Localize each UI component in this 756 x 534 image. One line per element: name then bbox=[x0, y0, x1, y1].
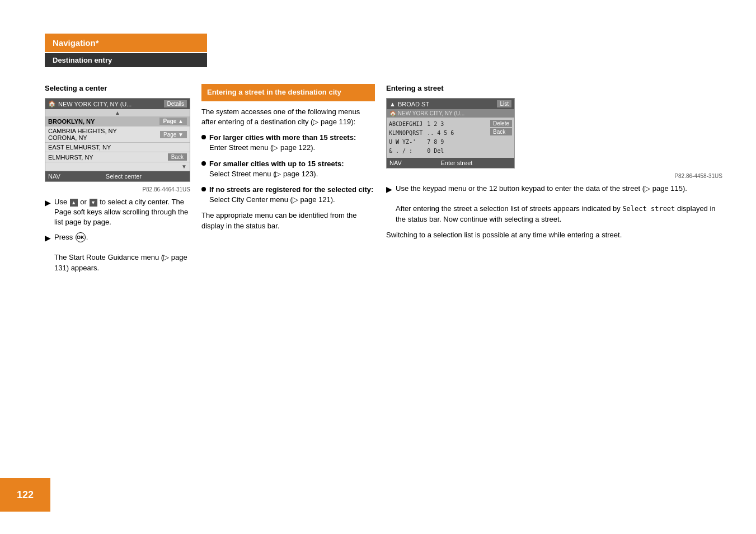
details-button[interactable]: Details bbox=[164, 100, 187, 107]
nav-list-item-elmhurst[interactable]: ELMHURST, NY Back bbox=[45, 152, 190, 162]
instruction-left-1: ▶ Use ▲ or ▼ to select a city center. Th… bbox=[45, 197, 190, 228]
nav-screen-left-footer: NAV Select center bbox=[45, 171, 190, 181]
list-button[interactable]: List bbox=[497, 100, 511, 107]
enter-street-label: Enter street bbox=[440, 160, 472, 166]
page-number: 122 bbox=[17, 489, 34, 501]
broad-st-label: BROAD ST bbox=[398, 101, 429, 107]
nav-list-item-brooklyn[interactable]: BROOKLYN, NY Page ▲ bbox=[45, 116, 190, 127]
nav-screen-left-header: 🏠 NEW YORK CITY, NY (U... Details bbox=[45, 99, 190, 109]
nav-screen-left: 🏠 NEW YORK CITY, NY (U... Details ▲ BROO… bbox=[45, 98, 190, 182]
down-arrow-icon: ▼ bbox=[90, 199, 97, 207]
nav-screen-right-subheader: 🏠 NEW YORK CITY, NY (U... bbox=[387, 109, 514, 118]
nav-screen-right-header: ▲ BROAD ST List bbox=[387, 99, 514, 109]
keypad-right: 1 2 3 .. 4 5 6 7 8 9 0 Del bbox=[427, 120, 454, 156]
bullet-dot-1 bbox=[201, 135, 206, 139]
arrow-icon-2: ▶ bbox=[45, 233, 51, 244]
right-section-title: Entering a street bbox=[386, 84, 722, 92]
entering-street-title: Entering a street in the destination cit… bbox=[201, 84, 375, 101]
keypad-delete-col: Delete Back bbox=[490, 120, 512, 156]
keypad-area: ABCDEFGHIJ KLMNOPQRST U W YZ-' & . / : 1… bbox=[387, 118, 514, 158]
nav-screen-right-footer: NAV Enter street bbox=[387, 158, 514, 168]
nav-label-left: NAV bbox=[48, 173, 60, 180]
left-section-title: Selecting a center bbox=[45, 84, 190, 92]
instructions-right: ▶ Use the keypad menu or the 12 button k… bbox=[386, 184, 722, 224]
nav-list-item-east-elmhurst[interactable]: EAST ELMHURST, NY bbox=[45, 143, 190, 152]
middle-column: Entering a street in the destination cit… bbox=[201, 84, 386, 279]
part-number-left: P82.86-4464-31US bbox=[45, 186, 190, 193]
middle-intro-text: The system accesses one of the following… bbox=[201, 107, 375, 127]
bullet-list: For larger cities with more than 15 stre… bbox=[201, 133, 375, 205]
bullet-dot-3 bbox=[201, 187, 206, 191]
page-down-button[interactable]: Page ▼ bbox=[160, 131, 187, 138]
nav-list-arrow-down: ▼ bbox=[45, 162, 190, 171]
ok-icon: OK bbox=[76, 232, 86, 242]
main-content: Selecting a center 🏠 NEW YORK CITY, NY (… bbox=[45, 84, 722, 279]
home-icon-right: 🏠 bbox=[389, 110, 396, 116]
arrow-up-indicator: ▲ bbox=[45, 109, 190, 116]
back-button-right[interactable]: Back bbox=[490, 128, 512, 135]
bullet-item-2: For smaller cities with up to 15 streets… bbox=[201, 159, 375, 179]
nav-screen-left-body: ▲ BROOKLYN, NY Page ▲ CAMBRIA HEIGHTS, N… bbox=[45, 109, 190, 171]
arrow-icon-1: ▶ bbox=[45, 198, 51, 209]
road-icon: ▲ bbox=[389, 101, 396, 107]
middle-closing-text: The appropriate menu can be identified f… bbox=[201, 210, 375, 231]
up-arrow-icon: ▲ bbox=[70, 199, 78, 207]
bullet-dot-2 bbox=[201, 161, 206, 166]
nav-list-item-cambria[interactable]: CAMBRIA HEIGHTS, NYCORONA, NY Page ▼ bbox=[45, 127, 190, 143]
bullet-item-3: If no streets are registered for the sel… bbox=[201, 185, 375, 205]
select-center-label: Select center bbox=[106, 173, 142, 180]
right-column: Entering a street ▲ BROAD ST List 🏠 NEW … bbox=[386, 84, 722, 279]
right-closing-text: Switching to a selection list is possibl… bbox=[386, 230, 722, 240]
nav-subtitle: Destination entry bbox=[45, 53, 207, 67]
bullet-item-1: For larger cities with more than 15 stre… bbox=[201, 133, 375, 153]
header-section: Navigation* Destination entry bbox=[45, 34, 207, 67]
back-button-left[interactable]: Back bbox=[168, 153, 187, 161]
arrow-icon-right-1: ▶ bbox=[386, 184, 392, 195]
nav-label-right: NAV bbox=[389, 160, 402, 166]
page-up-button[interactable]: Page ▲ bbox=[159, 118, 187, 125]
right-city-label: NEW YORK CITY, NY (U... bbox=[398, 110, 464, 116]
nav-screen-left-city: NEW YORK CITY, NY (U... bbox=[58, 101, 132, 107]
delete-button-right[interactable]: Delete bbox=[490, 120, 512, 127]
page-number-badge: 122 bbox=[0, 478, 50, 512]
bold-w: W bbox=[396, 139, 399, 145]
nav-title: Navigation* bbox=[45, 34, 207, 52]
part-number-right: P82.86-4458-31US bbox=[386, 173, 722, 179]
left-column: Selecting a center 🏠 NEW YORK CITY, NY (… bbox=[45, 84, 201, 279]
instruction-right-1: ▶ Use the keypad menu or the 12 button k… bbox=[386, 184, 722, 224]
nav-screen-right: ▲ BROAD ST List 🏠 NEW YORK CITY, NY (U..… bbox=[386, 98, 515, 168]
instruction-left-2: ▶ Press OK. The Start Route Guidance men… bbox=[45, 232, 190, 273]
home-icon: 🏠 bbox=[48, 100, 56, 107]
instructions-left: ▶ Use ▲ or ▼ to select a city center. Th… bbox=[45, 197, 190, 273]
keypad-left: ABCDEFGHIJ KLMNOPQRST U W YZ-' & . / : bbox=[389, 120, 422, 156]
